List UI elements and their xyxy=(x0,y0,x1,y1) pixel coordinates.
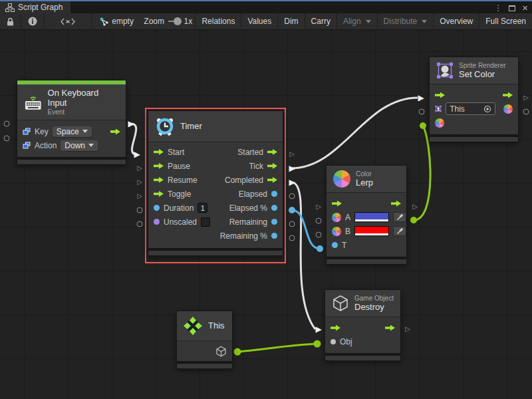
window-maximize-icon[interactable] xyxy=(509,5,515,11)
color-input-port-icon[interactable] xyxy=(332,213,341,222)
timer-unscaled-port[interactable] xyxy=(137,221,143,227)
flow-output-arrow-icon[interactable] xyxy=(110,128,120,135)
node-timer[interactable]: Timer StartStarted PauseTick ResumeCompl… xyxy=(148,110,283,256)
flow-output-arrow-icon[interactable] xyxy=(267,163,277,170)
float-input-port-icon[interactable] xyxy=(332,242,338,248)
target-object-field[interactable]: This xyxy=(446,102,495,115)
color-b-swatch[interactable] xyxy=(354,226,389,236)
setcolor-output-port[interactable] xyxy=(523,109,529,115)
float-input-port-icon[interactable] xyxy=(154,205,160,211)
graph-info-button[interactable] xyxy=(21,13,45,30)
keyboard-flow-out-port[interactable]: ▶ xyxy=(128,120,134,127)
node-this[interactable]: This xyxy=(176,311,233,369)
zoom-slider-handle[interactable] xyxy=(174,17,182,25)
window-close-icon[interactable]: × xyxy=(522,3,528,13)
graph-hierarchy-icon xyxy=(5,3,15,12)
bool-input-port-icon[interactable] xyxy=(154,219,160,225)
keyboard-action-ext-port[interactable] xyxy=(4,136,10,142)
carry-button[interactable]: Carry xyxy=(305,13,337,30)
relations-button[interactable]: Relations xyxy=(195,13,241,30)
lerp-a-port[interactable] xyxy=(316,218,322,224)
timer-completed-port[interactable]: ▶ xyxy=(289,179,295,186)
lerp-t-port[interactable] xyxy=(317,245,323,252)
graph-canvas[interactable]: On Keyboard Input Event Key Space xyxy=(0,30,532,399)
flow-input-arrow-icon[interactable] xyxy=(331,325,340,331)
flow-output-arrow-icon[interactable] xyxy=(391,200,401,207)
color-input-port-icon[interactable] xyxy=(332,227,341,236)
game-object-output-port-icon[interactable] xyxy=(215,346,227,357)
timer-icon xyxy=(155,116,175,136)
timer-remaining-pct-port[interactable] xyxy=(289,235,295,241)
float-output-port-icon[interactable] xyxy=(271,233,277,239)
float-output-port-icon[interactable] xyxy=(271,191,277,197)
values-button[interactable]: Values xyxy=(241,13,278,30)
node-title: Timer xyxy=(180,122,202,132)
timer-started-port[interactable]: ▷ xyxy=(289,151,295,158)
timer-pause-port[interactable]: ▷ xyxy=(137,165,142,172)
keyboard-event-icon xyxy=(24,94,43,110)
timer-toggle-port[interactable]: ▷ xyxy=(137,193,142,200)
flow-input-arrow-icon[interactable] xyxy=(332,200,342,207)
setcolor-flow-out-port[interactable]: ▷ xyxy=(523,94,529,101)
node-set-color[interactable]: Sprite Renderer Set Color xyxy=(429,57,519,142)
duration-value-field[interactable]: 1 xyxy=(198,203,207,213)
timer-resume-port[interactable]: ▷ xyxy=(137,179,142,186)
obj-port-label: Obj xyxy=(340,337,352,346)
code-icon xyxy=(61,18,75,25)
setcolor-target-port[interactable] xyxy=(419,109,425,115)
node-destroy[interactable]: Game Object Destroy Obj xyxy=(325,289,401,361)
color-output-port-icon[interactable] xyxy=(503,104,513,114)
timer-elapsed-pct-port[interactable] xyxy=(289,207,295,213)
object-picker-icon[interactable] xyxy=(483,105,491,113)
zoom-slider[interactable] xyxy=(168,21,180,22)
flow-output-arrow-icon[interactable] xyxy=(503,92,513,98)
node-subtitle: Event xyxy=(48,108,119,116)
lerp-flow-out-port[interactable]: ▷ xyxy=(412,203,418,210)
setcolor-flow-in-port[interactable]: ▶ xyxy=(418,94,424,101)
flow-input-arrow-icon[interactable] xyxy=(154,177,164,184)
timer-tick-port[interactable]: ▶ xyxy=(289,165,295,172)
node-on-keyboard-input[interactable]: On Keyboard Input Event Key Space xyxy=(17,80,126,165)
tab-script-graph[interactable]: Script Graph xyxy=(0,1,70,13)
fullscreen-button[interactable]: Full Screen xyxy=(479,13,532,30)
keyboard-key-ext-port[interactable] xyxy=(4,121,10,127)
destroy-flow-in-port[interactable]: ▶ xyxy=(315,326,321,332)
distribute-button[interactable]: Distribute xyxy=(378,13,434,30)
destroy-flow-out-port[interactable]: ▷ xyxy=(405,326,410,332)
eyedropper-button[interactable] xyxy=(393,226,406,236)
float-output-port-icon[interactable] xyxy=(271,219,277,225)
timer-elapsed-port[interactable] xyxy=(289,194,295,200)
node-color-lerp[interactable]: Color Lerp A B T xyxy=(326,165,407,265)
timer-start-port[interactable]: ▶ xyxy=(134,151,140,158)
eyedropper-button[interactable] xyxy=(393,212,406,222)
timer-duration-port[interactable] xyxy=(137,207,143,213)
unscaled-checkbox[interactable] xyxy=(201,217,210,227)
dim-button[interactable]: Dim xyxy=(278,13,305,30)
flow-input-arrow-icon[interactable] xyxy=(435,92,445,98)
timer-remaining-port[interactable] xyxy=(289,221,295,227)
color-input-port-icon[interactable] xyxy=(435,118,444,128)
object-input-port-icon[interactable] xyxy=(331,339,336,344)
preview-code-button[interactable] xyxy=(45,13,92,30)
graph-reference-breadcrumb[interactable]: empty xyxy=(94,13,140,30)
node-title: Lerp xyxy=(356,178,373,188)
lerp-flow-in-port[interactable]: ▷ xyxy=(316,203,321,210)
float-output-port-icon[interactable] xyxy=(271,205,277,211)
key-port-label: Key xyxy=(35,127,49,136)
window-menu-icon[interactable]: ⋮ xyxy=(494,3,502,13)
flow-input-arrow-icon[interactable] xyxy=(154,163,164,170)
flow-input-arrow-icon[interactable] xyxy=(154,149,164,156)
lock-button[interactable] xyxy=(0,13,21,30)
color-a-swatch[interactable] xyxy=(354,212,389,222)
flow-input-arrow-icon[interactable] xyxy=(154,191,164,198)
key-dropdown[interactable]: Space xyxy=(53,126,92,137)
flow-output-arrow-icon[interactable] xyxy=(267,149,277,156)
sprite-renderer-port-icon xyxy=(435,104,442,113)
flow-output-arrow-icon[interactable] xyxy=(385,325,395,331)
align-button[interactable]: Align xyxy=(337,13,378,30)
overview-button[interactable]: Overview xyxy=(434,13,479,30)
tab-title: Script Graph xyxy=(18,3,63,12)
action-dropdown[interactable]: Down xyxy=(61,140,98,151)
lerp-b-port[interactable] xyxy=(316,232,322,238)
flow-output-arrow-icon[interactable] xyxy=(267,177,277,184)
